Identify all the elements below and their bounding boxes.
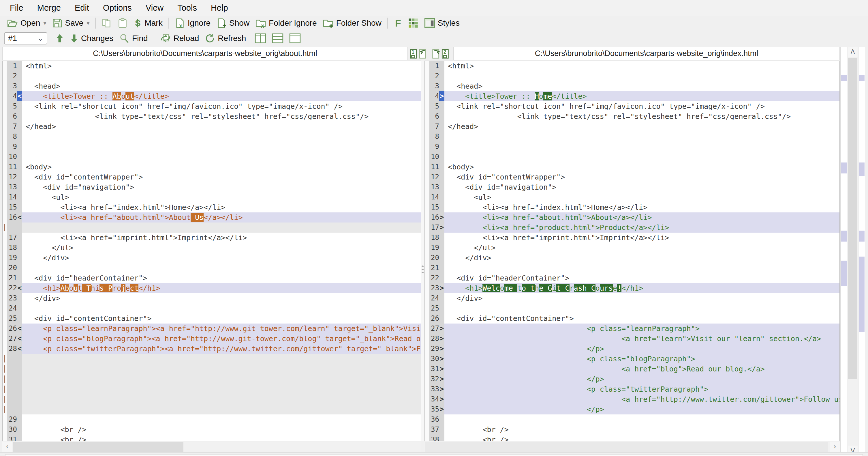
vertical-scrollbar[interactable]: ᐱ ᐯ <box>848 47 858 456</box>
code-line[interactable]: 27< <p class="blogParagraph"><a href="ht… <box>3 334 421 344</box>
code-line[interactable]: 19 </ul> <box>425 243 839 253</box>
code-line[interactable]: 13 <div id="navigation"> <box>3 182 421 192</box>
code-line[interactable]: 29 <box>3 415 421 425</box>
code-line[interactable]: 27> <p class="learnParagraph"> <box>425 323 839 334</box>
code-line[interactable]: 25 <box>425 303 839 313</box>
code-line[interactable]: 10 <box>3 152 421 162</box>
code-line[interactable]: 2 <box>425 71 839 81</box>
menu-edit[interactable]: Edit <box>68 1 96 15</box>
scroll-right-arrow-icon[interactable]: › <box>830 441 840 452</box>
code-line[interactable]: 4< <title>Tower :: About</title> <box>3 91 421 101</box>
layout-single-pane-button[interactable] <box>286 32 304 45</box>
right-horizontal-scrollbar-thumb[interactable] <box>425 442 828 452</box>
filter-f-button[interactable]: F <box>391 17 405 29</box>
code-line[interactable]: 34> <a href="http://www.twitter.com/gitt… <box>425 394 839 404</box>
refresh-button[interactable]: Refresh <box>202 32 249 45</box>
code-line[interactable]: 3 <head> <box>425 81 839 91</box>
code-line[interactable]: 33> <p class="twitterParagraph"> <box>425 384 839 394</box>
vertical-scrollbar-thumb[interactable] <box>848 58 857 379</box>
right-file-path-header[interactable]: C:\Users\brunobrito\Documents\carparts-w… <box>453 47 840 60</box>
menu-view[interactable]: View <box>139 1 170 15</box>
code-line[interactable]: 21 <box>425 263 839 273</box>
color-grid-button[interactable] <box>405 17 421 29</box>
mark-button[interactable]: S Mark <box>130 17 165 29</box>
menu-tools[interactable]: Tools <box>170 1 204 15</box>
diff-location-marker[interactable] <box>859 163 865 176</box>
code-line[interactable]: 12 <div id="contentWrapper"> <box>425 172 839 182</box>
diff-gap-row[interactable]: | <box>3 364 421 374</box>
styles-button[interactable]: Styles <box>421 17 463 29</box>
right-horizontal-scrollbar[interactable]: › <box>425 441 840 452</box>
diff-location-marker[interactable] <box>859 231 865 241</box>
code-line[interactable]: 28> <a href="learn">Visit our "learn" se… <box>425 334 839 344</box>
left-horizontal-scrollbar-thumb[interactable] <box>13 442 183 452</box>
open-dropdown-caret[interactable]: ▾ <box>43 20 46 27</box>
code-line[interactable]: 24 </div> <box>425 293 839 303</box>
left-code-pane[interactable]: 1<html>23 <head>4< <title>Tower :: About… <box>2 61 421 441</box>
save-dropdown-caret[interactable]: ▾ <box>87 20 89 27</box>
diff-location-marker[interactable] <box>859 75 865 81</box>
code-line[interactable]: 30> <p class="blogParagraph"> <box>425 354 839 364</box>
diff-location-marker[interactable] <box>841 231 847 241</box>
code-line[interactable]: 3 <head> <box>3 81 421 91</box>
code-line[interactable]: 15 <li><a href="index.html">Home</a></li… <box>3 202 421 212</box>
code-line[interactable]: 10 <box>425 152 839 162</box>
code-line[interactable]: 19 </div> <box>3 253 421 263</box>
code-line[interactable]: 37 <br /> <box>425 425 839 435</box>
left-file-path-header[interactable]: C:\Users\brunobrito\Documents\carparts-w… <box>2 47 408 60</box>
diff-gap-row[interactable]: | <box>3 404 421 415</box>
copy-to-right-icon[interactable]: 2 <box>432 47 451 59</box>
menu-options[interactable]: Options <box>96 1 139 15</box>
paste-button[interactable] <box>115 17 130 29</box>
code-line[interactable]: 16< <li><a href="about.html">About Us</a… <box>3 212 421 223</box>
left-horizontal-scrollbar[interactable]: ‹ <box>2 441 421 452</box>
open-button[interactable]: Open ▾ <box>4 17 49 29</box>
show-button[interactable]: Show <box>213 17 252 29</box>
code-line[interactable]: 1<html> <box>3 61 421 71</box>
code-line[interactable]: 26 <div id="contentContainer"> <box>425 313 839 323</box>
code-line[interactable]: 26< <p class="learnParagraph"><a href="h… <box>3 323 421 334</box>
code-line[interactable]: 30 <br /> <box>3 425 421 435</box>
code-line[interactable]: 5 <link rel="shortcut icon" href="img/fa… <box>3 101 421 111</box>
code-line[interactable]: 17> <li><a href="product.html">Product</… <box>425 223 839 233</box>
code-line[interactable]: 20 </div> <box>425 253 839 263</box>
diff-gap-row[interactable]: | <box>3 384 421 394</box>
code-line[interactable]: 38 <br /> <box>425 435 839 441</box>
code-line[interactable]: 5 <link rel="shortcut icon" href="img/fa… <box>425 101 839 111</box>
diff-gap-row[interactable]: | <box>3 223 421 233</box>
code-line[interactable]: 18 </ul> <box>3 243 421 253</box>
layout-horizontal-split-button[interactable] <box>269 32 286 45</box>
code-line[interactable]: 8 <box>425 132 839 142</box>
diff-gap-row[interactable]: | <box>3 394 421 404</box>
code-line[interactable]: 7</head> <box>425 121 839 132</box>
ignore-button[interactable]: x Ignore <box>172 17 213 29</box>
code-line[interactable]: 23> <h1>Welcome to the Git Crash Course!… <box>425 283 839 293</box>
code-line[interactable]: 9 <box>3 142 421 152</box>
reload-button[interactable]: Reload <box>157 32 202 45</box>
previous-change-button[interactable] <box>53 32 67 45</box>
code-line[interactable]: 4> <title>Tower :: Home</title> <box>425 91 839 101</box>
code-line[interactable]: 16> <li><a href="about.html">About</a></… <box>425 212 839 223</box>
scroll-left-arrow-icon[interactable]: ‹ <box>2 441 12 452</box>
code-line[interactable]: 14 <ul> <box>3 192 421 202</box>
code-line[interactable]: 22< <h1>About This Project</h1> <box>3 283 421 293</box>
find-button[interactable]: Find <box>116 32 151 45</box>
code-line[interactable]: 20 <box>3 263 421 273</box>
code-line[interactable]: 1<html> <box>425 61 839 71</box>
diff-location-marker[interactable] <box>841 75 847 81</box>
code-line[interactable]: 22 <div id="headerContainer"> <box>425 273 839 283</box>
code-line[interactable]: 6 <link type="text/css" rel="stylesheet"… <box>425 111 839 121</box>
right-code-pane[interactable]: 1<html>23 <head>4> <title>Tower :: Home<… <box>425 61 840 441</box>
code-line[interactable]: 35> </p> <box>425 404 839 415</box>
code-line[interactable]: 29> </p> <box>425 344 839 354</box>
code-line[interactable]: 32> </p> <box>425 374 839 384</box>
menu-help[interactable]: Help <box>204 1 235 15</box>
code-line[interactable]: 25 <div id="contentContainer"> <box>3 313 421 323</box>
code-line[interactable]: 12 <div id="contentWrapper"> <box>3 172 421 182</box>
code-line[interactable]: 18 <li><a href="imprint.html">Imprint</a… <box>425 233 839 243</box>
copy-button[interactable] <box>99 17 115 29</box>
diff-number-select[interactable]: #1 ⌄ <box>4 32 47 45</box>
code-line[interactable]: 8 <box>3 132 421 142</box>
copy-to-left-icon[interactable]: 1 <box>409 47 429 59</box>
code-line[interactable]: 15 <li><a href="index.html">Home</a></li… <box>425 202 839 212</box>
